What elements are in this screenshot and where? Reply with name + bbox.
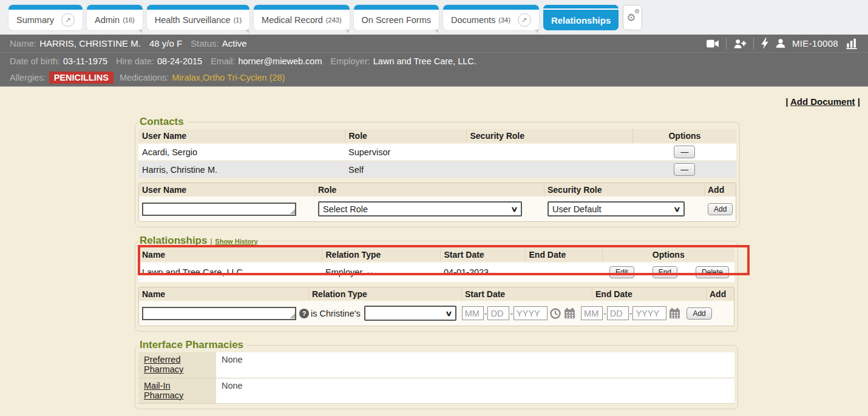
remove-contact-button[interactable]: —	[674, 146, 695, 158]
add-contact-header-role: Role	[315, 183, 544, 196]
interface-pharmacies-legend: Interface Pharmacies	[138, 339, 247, 351]
patient-age-sex: 48 y/o F	[149, 38, 182, 49]
table-row: Preferred Pharmacy None	[138, 352, 734, 378]
interface-pharmacies-section: Interface Pharmacies Preferred Pharmacy …	[135, 339, 738, 409]
medication-link[interactable]: Ortho Tri-Cyclen (28)	[203, 73, 285, 82]
medications-label: Medications:	[120, 73, 169, 82]
relationships-header-start-date: Start Date	[440, 248, 525, 262]
tab-relationships[interactable]: Relationships	[543, 5, 619, 30]
pharmacies-table: Preferred Pharmacy None Mail-In Pharmacy…	[138, 352, 734, 404]
allergy-badge[interactable]: PENICILLINS	[49, 72, 114, 84]
date-separator: -	[603, 309, 606, 318]
show-history-link[interactable]: Show History	[215, 238, 257, 245]
contacts-header-user-name: User Name	[138, 129, 345, 143]
status-label: Status:	[191, 38, 219, 49]
contact-role: Supervisor	[345, 143, 466, 161]
start-year-input[interactable]	[514, 306, 548, 320]
popout-arrow-icon[interactable]: ↗	[61, 13, 75, 27]
tab-on-screen-forms[interactable]: On Screen Forms	[354, 5, 439, 30]
table-row: Lawn and Tree Care, LLC. Employer ↔ 04-0…	[138, 262, 734, 283]
relationships-header-name: Name	[138, 248, 322, 262]
possessive-text: is Christine's	[311, 309, 361, 318]
employer-value: Lawn and Tree Care, LLC.	[373, 56, 476, 66]
relationship-name-input[interactable]	[142, 307, 296, 320]
preferred-pharmacy-link[interactable]: Preferred Pharmacy	[144, 355, 183, 374]
contacts-legend: Contacts	[138, 116, 188, 128]
name-label: Name:	[10, 38, 36, 49]
table-row: Acardi, Sergio Supervisor —	[138, 143, 736, 161]
contacts-header-role: Role	[345, 129, 466, 143]
calendar-icon[interactable]	[668, 307, 681, 320]
end-year-input[interactable]	[632, 306, 666, 320]
dob-label: Date of birth:	[10, 56, 60, 66]
add-relationship-header-start-date: Start Date	[462, 287, 592, 301]
end-relationship-button[interactable]: End	[653, 266, 677, 278]
patient-banner: Name: HARRIS, CHRISTINE M. 48 y/o F Stat…	[0, 35, 868, 87]
hire-date-value: 08-24-2015	[157, 56, 202, 66]
relationships-table: Name Relation Type Start Date End Date O…	[138, 248, 734, 283]
add-person-icon[interactable]	[733, 38, 747, 49]
contacts-header-security-role: Security Role	[466, 129, 632, 143]
video-camera-icon[interactable]	[706, 38, 719, 49]
employer-label: Employer:	[331, 56, 370, 66]
clock-icon[interactable]	[549, 307, 561, 320]
contact-security-role-select[interactable]: User Default	[548, 201, 685, 216]
tab-top-strip	[8, 5, 83, 10]
delete-relationship-button[interactable]: Delete	[696, 266, 729, 278]
tab-documents-count: (34)	[498, 16, 510, 24]
tab-documents[interactable]: Documents (34) ↗	[443, 5, 539, 30]
tab-summary[interactable]: Summary ↗	[8, 5, 83, 30]
remove-contact-button[interactable]: —	[674, 163, 695, 176]
calendar-icon[interactable]	[563, 307, 576, 320]
settings-gear-button[interactable]: ⚙ ⚙	[623, 5, 642, 30]
tab-medical-record-label: Medical Record	[262, 15, 323, 25]
start-month-input[interactable]	[462, 306, 484, 320]
medication-link[interactable]: Miralax	[172, 73, 200, 82]
resize-grip-icon	[290, 209, 295, 214]
tab-health-surveillance-label: Health Surveillance	[155, 15, 231, 25]
bar-chart-icon[interactable]	[845, 38, 858, 49]
help-icon[interactable]: ?	[299, 309, 309, 318]
add-relationship-header-add: Add	[707, 287, 734, 301]
divider	[753, 38, 754, 50]
add-contact-button[interactable]: Add	[708, 203, 733, 215]
contact-security-role	[466, 161, 632, 178]
popout-arrow-icon[interactable]: ↗	[518, 13, 531, 27]
contact-role-select[interactable]: Select Role	[318, 201, 522, 216]
tab-admin[interactable]: Admin (16)	[87, 5, 143, 30]
add-relationship-box: Name Relation Type Start Date End Date A…	[138, 287, 734, 326]
edit-relationship-button[interactable]: Edit	[609, 266, 634, 278]
add-contact-header-security-role: Security Role	[544, 183, 705, 196]
tab-admin-count: (16)	[123, 16, 135, 24]
person-icon[interactable]	[776, 38, 785, 49]
add-document-link[interactable]: Add Document	[790, 96, 855, 107]
tab-medical-record[interactable]: Medical Record (243)	[254, 5, 349, 30]
contacts-section: Contacts User Name Role Security Role Op…	[135, 116, 740, 227]
add-relationship-header-name: Name	[139, 287, 309, 301]
relation-type-select[interactable]	[364, 306, 456, 321]
add-contact-header-add: Add	[705, 183, 736, 196]
contact-user-name-input[interactable]	[142, 203, 296, 216]
tab-health-surveillance-count: (1)	[234, 16, 242, 24]
relationships-header-relation-type: Relation Type	[322, 248, 440, 262]
tab-health-surveillance[interactable]: Health Surveillance (1)	[147, 5, 249, 30]
patient-name: HARRIS, CHRISTINE M.	[39, 38, 141, 49]
add-relationship-button[interactable]: Add	[687, 307, 711, 320]
lightning-bolt-icon[interactable]	[761, 38, 769, 49]
patient-status: Active	[222, 38, 247, 49]
relationship-name: Lawn and Tree Care, LLC.	[138, 262, 322, 283]
start-day-input[interactable]	[487, 306, 509, 320]
tab-admin-label: Admin	[95, 15, 120, 25]
mail-in-pharmacy-link[interactable]: Mail-In Pharmacy	[144, 381, 183, 400]
tab-on-screen-forms-label: On Screen Forms	[362, 15, 431, 25]
add-contact-header-user-name: User Name	[139, 183, 315, 196]
relationships-header-end-date: End Date	[525, 248, 602, 262]
table-row: Mail-In Pharmacy None	[138, 378, 734, 403]
end-month-input[interactable]	[581, 306, 603, 320]
contacts-header-options: Options	[632, 129, 736, 143]
date-separator: -	[510, 309, 513, 318]
end-day-input[interactable]	[607, 306, 629, 320]
email-value: horner@mieweb.com	[238, 56, 322, 66]
tab-relationships-label: Relationships	[551, 15, 611, 25]
patient-id: MIE-10008	[792, 38, 838, 49]
